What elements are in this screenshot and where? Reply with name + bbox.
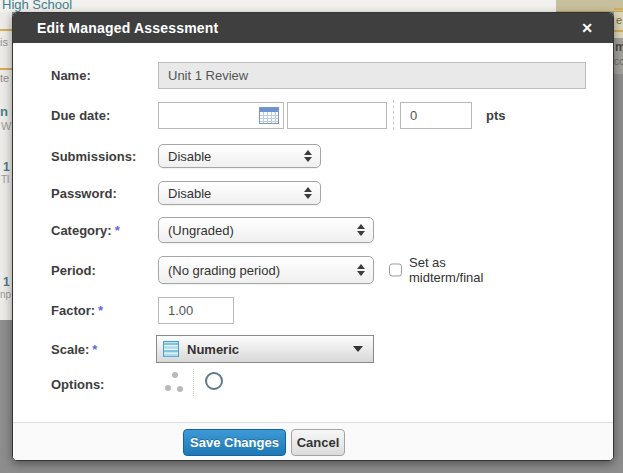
period-select[interactable]: (No grading period)	[158, 256, 374, 284]
numeric-scale-icon	[163, 341, 179, 357]
background-text-fragment: 1	[3, 275, 10, 289]
dots-cluster-icon[interactable]	[164, 372, 184, 392]
background-text-fragment: 1	[3, 160, 10, 174]
background-text-fragment: cc	[614, 56, 623, 67]
edit-managed-assessment-dialog: Edit Managed Assessment ✕ Name: Due date…	[12, 12, 614, 461]
background-text-fragment: Tl	[1, 174, 9, 185]
name-field[interactable]	[158, 62, 586, 89]
period-select-value: (No grading period)	[168, 263, 280, 278]
scale-label: Scale:*	[51, 342, 155, 357]
background-text-fragment: m	[615, 40, 623, 54]
submissions-select-value: Disable	[168, 149, 211, 164]
background-text-fragment: n (	[0, 104, 12, 119]
dialog-header: Edit Managed Assessment ✕	[13, 13, 613, 43]
due-date-field-wrap	[158, 102, 284, 129]
period-label: Period:	[51, 263, 155, 278]
select-stepper-icon	[304, 187, 312, 199]
background-text-fragment: is	[0, 36, 8, 48]
background-divider	[614, 8, 623, 10]
cancel-button[interactable]: Cancel	[291, 429, 345, 456]
due-date-divider	[393, 100, 394, 130]
scale-dropdown[interactable]: Numeric	[156, 335, 374, 363]
midterm-final-checkbox-label: Set as midterm/final	[409, 255, 483, 285]
required-asterisk: *	[98, 303, 103, 318]
background-text-fragment: np	[0, 289, 11, 300]
due-date-label: Due date:	[51, 108, 155, 123]
select-stepper-icon	[357, 264, 365, 276]
name-label: Name:	[51, 68, 155, 83]
select-stepper-icon	[304, 150, 312, 162]
options-divider	[193, 369, 194, 396]
points-field[interactable]	[400, 102, 472, 129]
submissions-label: Submissions:	[51, 149, 155, 164]
background-school-link: High School	[2, 0, 72, 12]
close-icon[interactable]: ✕	[581, 21, 593, 35]
background-page-top: High School	[0, 0, 556, 12]
background-divider	[0, 29, 12, 31]
background-text-fragment: W	[1, 120, 11, 132]
dialog-title: Edit Managed Assessment	[37, 20, 218, 36]
scale-dropdown-value: Numeric	[187, 342, 239, 357]
password-select-value: Disable	[168, 186, 211, 201]
category-select[interactable]: (Ungraded)	[158, 217, 374, 243]
midterm-final-checkbox[interactable]	[389, 264, 402, 277]
required-asterisk: *	[92, 342, 97, 357]
factor-field[interactable]	[158, 297, 234, 324]
background-divider	[614, 30, 623, 32]
background-text-fragment: te	[0, 72, 9, 84]
select-stepper-icon	[357, 224, 365, 236]
background-page-top-right	[556, 0, 623, 12]
category-label: Category:*	[51, 223, 155, 238]
dialog-footer: Save Changes Cancel	[13, 422, 613, 461]
background-page-left: is te n ( W 1 Tl 1 np	[0, 12, 12, 320]
submissions-select[interactable]: Disable	[158, 144, 321, 168]
category-select-value: (Ungraded)	[168, 223, 234, 238]
chevron-down-icon	[353, 346, 363, 352]
background-text-fragment: e	[616, 14, 622, 26]
points-unit-label: pts	[486, 108, 506, 123]
save-changes-button[interactable]: Save Changes	[183, 429, 286, 456]
circle-option-icon[interactable]	[205, 372, 223, 390]
factor-label: Factor:*	[51, 303, 155, 318]
password-label: Password:	[51, 186, 155, 201]
due-time-field[interactable]	[287, 102, 387, 129]
options-label: Options:	[51, 377, 155, 392]
required-asterisk: *	[115, 223, 120, 238]
calendar-icon[interactable]	[259, 107, 279, 124]
background-divider	[0, 68, 12, 70]
password-select[interactable]: Disable	[158, 181, 321, 205]
